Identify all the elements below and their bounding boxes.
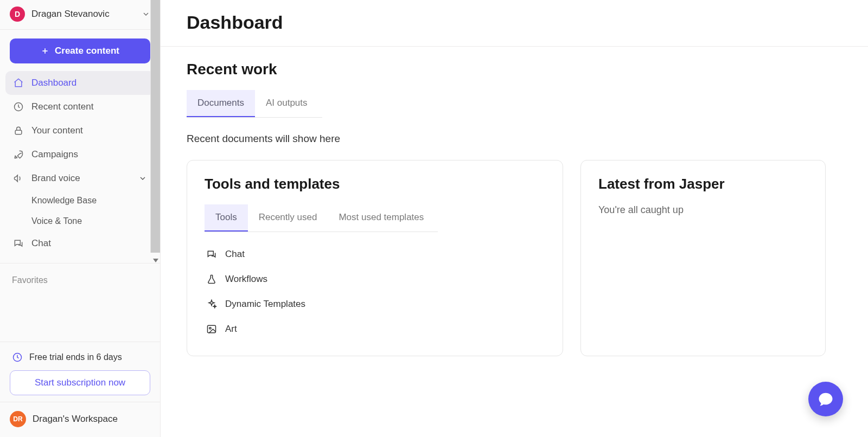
sidebar-item-your-content[interactable]: Your content: [5, 119, 155, 143]
image-icon: [206, 323, 218, 335]
recent-tabs: Documents AI outputs: [187, 90, 322, 118]
tool-label: Dynamic Templates: [225, 299, 305, 310]
news-card: Latest from Jasper You're all caught up: [580, 160, 826, 356]
tools-heading: Tools and templates: [205, 176, 545, 192]
rocket-icon: [13, 149, 24, 160]
chat-icon: [13, 238, 24, 249]
tab-tools[interactable]: Tools: [205, 204, 248, 232]
workspace-avatar: DR: [10, 411, 26, 427]
sidebar-item-label: Brand voice: [31, 173, 80, 184]
chat-icon: [206, 248, 218, 260]
start-subscription-button[interactable]: Start subscription now: [10, 370, 150, 395]
user-avatar: D: [10, 7, 25, 22]
chat-fab[interactable]: [808, 382, 843, 416]
svg-rect-3: [15, 130, 22, 134]
flask-icon: [206, 273, 218, 285]
recent-empty-text: Recent documents will show here: [187, 118, 842, 155]
tools-list: Chat Workflows Dynamic Templates: [205, 232, 545, 342]
sidebar-item-recent-content[interactable]: Recent content: [5, 95, 155, 119]
sidebar-item-chat[interactable]: Chat: [5, 232, 155, 255]
main-content: Dashboard Recent work Documents AI outpu…: [161, 0, 868, 437]
workspace-name: Dragan's Workspace: [33, 414, 118, 425]
tool-label: Art: [225, 324, 237, 335]
tool-item-workflows[interactable]: Workflows: [205, 267, 545, 292]
tools-tabs: Tools Recently used Most used templates: [205, 204, 438, 232]
user-menu[interactable]: D Dragan Stevanovic: [0, 0, 160, 30]
sidebar-item-label: Recent content: [31, 101, 93, 112]
lock-icon: [13, 125, 24, 136]
sidebar-item-label: Your content: [31, 125, 83, 136]
home-icon: [13, 78, 24, 88]
tools-card: Tools and templates Tools Recently used …: [187, 160, 563, 356]
svg-point-6: [209, 327, 211, 329]
sidebar-item-knowledge-base[interactable]: Knowledge Base: [5, 190, 155, 211]
megaphone-icon: [13, 173, 24, 184]
workspace-switcher[interactable]: DR Dragan's Workspace: [0, 402, 160, 434]
chevron-down-icon: [142, 10, 150, 18]
tab-most-used-templates[interactable]: Most used templates: [328, 204, 435, 232]
recent-work-section: Recent work Documents AI outputs Recent …: [161, 47, 868, 160]
news-heading: Latest from Jasper: [598, 176, 808, 192]
tab-recently-used[interactable]: Recently used: [248, 204, 328, 232]
create-content-button[interactable]: Create content: [10, 38, 150, 63]
tool-item-art[interactable]: Art: [205, 317, 545, 342]
clock-alert-icon: [12, 352, 23, 363]
sidebar-item-voice-tone[interactable]: Voice & Tone: [5, 211, 155, 232]
sidebar-item-campaigns[interactable]: Campaigns: [5, 143, 155, 166]
create-content-label: Create content: [55, 46, 119, 56]
sidebar-footer: Free trial ends in 6 days Start subscrip…: [0, 342, 160, 437]
sidebar-item-label: Chat: [31, 238, 51, 249]
svg-rect-5: [208, 325, 216, 332]
news-body: You're all caught up: [598, 204, 808, 216]
tool-item-dynamic-templates[interactable]: Dynamic Templates: [205, 292, 545, 317]
chat-bubble-icon: [818, 391, 834, 407]
user-name: Dragan Stevanovic: [31, 9, 135, 20]
sidebar-item-label: Campaigns: [31, 149, 78, 160]
tab-ai-outputs[interactable]: AI outputs: [255, 90, 318, 117]
favorites-heading: Favorites: [0, 264, 160, 291]
sidebar-item-brand-voice[interactable]: Brand voice: [5, 166, 155, 190]
sidebar-item-label: Dashboard: [31, 78, 76, 88]
tool-label: Chat: [225, 249, 245, 260]
tool-label: Workflows: [225, 274, 267, 285]
sidebar-item-dashboard[interactable]: Dashboard: [5, 71, 155, 95]
sparkle-icon: [206, 298, 218, 310]
sidebar-scrollbar[interactable]: [150, 0, 160, 253]
page-title: Dashboard: [161, 0, 868, 47]
sidebar: D Dragan Stevanovic Create content Dashb…: [0, 0, 161, 437]
plus-icon: [41, 47, 49, 55]
recent-work-heading: Recent work: [187, 61, 842, 78]
trial-status: Free trial ends in 6 days: [10, 350, 150, 370]
tool-item-chat[interactable]: Chat: [205, 242, 545, 267]
chevron-down-icon: [138, 174, 147, 183]
clock-icon: [13, 101, 24, 112]
trial-text: Free trial ends in 6 days: [29, 352, 122, 362]
tab-documents[interactable]: Documents: [187, 90, 255, 117]
sidebar-nav: Dashboard Recent content Your content: [0, 70, 160, 255]
